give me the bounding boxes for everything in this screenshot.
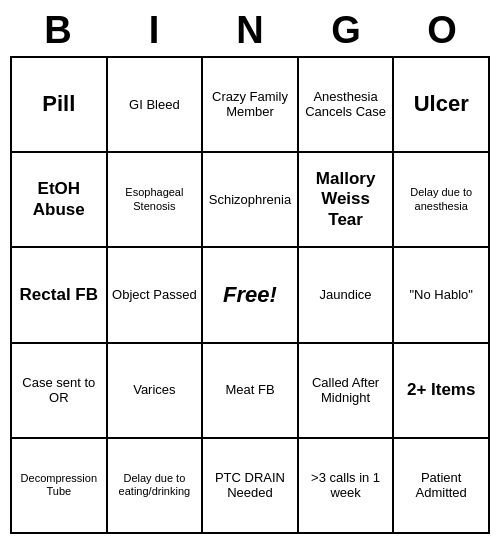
cell-r4-c3: >3 calls in 1 week bbox=[299, 439, 395, 534]
cell-r1-c0: EtOH Abuse bbox=[12, 153, 108, 248]
cell-r4-c4: Patient Admitted bbox=[394, 439, 490, 534]
cell-r1-c4: Delay due to anesthesia bbox=[394, 153, 490, 248]
header-g: G bbox=[298, 10, 394, 52]
cell-r4-c2: PTC DRAIN Needed bbox=[203, 439, 299, 534]
cell-r2-c1: Object Passed bbox=[108, 248, 204, 343]
cell-r1-c2: Schizophrenia bbox=[203, 153, 299, 248]
bingo-grid: PillGI BleedCrazy Family MemberAnesthesi… bbox=[10, 56, 490, 534]
cell-r0-c1: GI Bleed bbox=[108, 58, 204, 153]
bingo-header: B I N G O bbox=[10, 10, 490, 52]
cell-r2-c3: Jaundice bbox=[299, 248, 395, 343]
header-b: B bbox=[10, 10, 106, 52]
cell-r2-c4: "No Hablo" bbox=[394, 248, 490, 343]
cell-r0-c4: Ulcer bbox=[394, 58, 490, 153]
cell-r3-c0: Case sent to OR bbox=[12, 344, 108, 439]
cell-r1-c1: Esophageal Stenosis bbox=[108, 153, 204, 248]
cell-r3-c4: 2+ Items bbox=[394, 344, 490, 439]
cell-r3-c1: Varices bbox=[108, 344, 204, 439]
cell-r3-c2: Meat FB bbox=[203, 344, 299, 439]
cell-r3-c3: Called After Midnight bbox=[299, 344, 395, 439]
cell-r0-c3: Anesthesia Cancels Case bbox=[299, 58, 395, 153]
header-o: O bbox=[394, 10, 490, 52]
cell-r2-c2: Free! bbox=[203, 248, 299, 343]
header-i: I bbox=[106, 10, 202, 52]
cell-r0-c0: Pill bbox=[12, 58, 108, 153]
cell-r2-c0: Rectal FB bbox=[12, 248, 108, 343]
cell-r4-c1: Delay due to eating/drinking bbox=[108, 439, 204, 534]
cell-r0-c2: Crazy Family Member bbox=[203, 58, 299, 153]
cell-r4-c0: Decompression Tube bbox=[12, 439, 108, 534]
header-n: N bbox=[202, 10, 298, 52]
cell-r1-c3: Mallory Weiss Tear bbox=[299, 153, 395, 248]
